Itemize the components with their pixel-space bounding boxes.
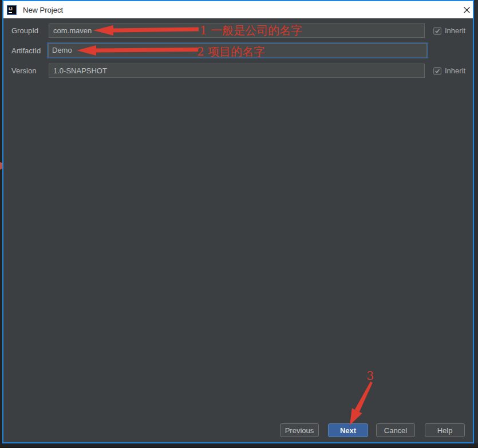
dialog-content: GroupId com.maven Inherit ArtifactId Dem… [3, 18, 473, 442]
intellij-logo-text: IJ [9, 6, 13, 11]
artifactid-focus-ring: Demo [47, 42, 428, 58]
version-input[interactable]: 1.0-SNAPSHOT [49, 64, 425, 78]
next-button[interactable]: Next [328, 423, 368, 437]
window-title: New Project [23, 6, 63, 14]
close-button[interactable] [461, 5, 472, 15]
desktop-right-strip [474, 0, 478, 448]
version-inherit-label: Inherit [445, 66, 465, 75]
intellij-logo-icon: IJ [7, 5, 17, 15]
version-inherit-checkbox[interactable]: Inherit [433, 66, 465, 75]
artifactid-input[interactable]: Demo [48, 44, 427, 57]
previous-button[interactable]: Previous [280, 423, 319, 437]
checkbox-checked-icon [433, 27, 441, 35]
checkbox-checked-icon [433, 67, 441, 75]
version-label: Version [11, 66, 36, 75]
groupid-inherit-label: Inherit [445, 26, 465, 35]
desktop-bottom-strip [0, 443, 478, 448]
new-project-dialog: IJ New Project GroupId com.maven Inherit… [2, 0, 474, 443]
title-bar[interactable]: IJ New Project [3, 1, 473, 18]
artifactid-label: ArtifactId [11, 46, 41, 55]
groupid-input[interactable]: com.maven [49, 23, 425, 38]
groupid-label: GroupId [11, 26, 38, 35]
help-button[interactable]: Help [425, 423, 465, 437]
close-icon [463, 6, 471, 14]
groupid-inherit-checkbox[interactable]: Inherit [433, 26, 465, 35]
cancel-button[interactable]: Cancel [376, 423, 415, 437]
